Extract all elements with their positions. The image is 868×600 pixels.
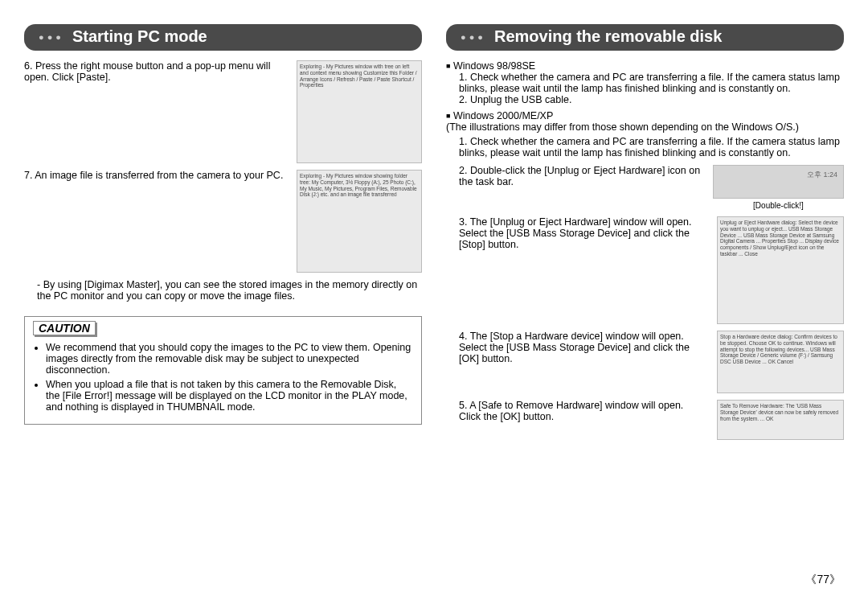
left-column: ●●● Starting PC mode 6. Press the right … bbox=[24, 24, 422, 446]
heading-starting-pc-mode: ●●● Starting PC mode bbox=[24, 24, 422, 51]
step-6-text: 6. Press the right mouse button and a po… bbox=[24, 60, 289, 163]
digimax-note: - By using [Digimax Master], you can see… bbox=[24, 279, 422, 302]
win98-step1: 1. Check whether the camera and PC are t… bbox=[446, 72, 844, 94]
winxp-step2: 2. Double-click the [Unplug or Eject Har… bbox=[459, 165, 705, 210]
winxp-step5: 5. A [Safe to Remove Hardware] window wi… bbox=[459, 400, 709, 440]
caution-item-1: We recommend that you should copy the im… bbox=[46, 342, 413, 376]
winxp-note: (The illustrations may differ from those… bbox=[446, 121, 844, 133]
page-number: 《77》 bbox=[805, 573, 841, 587]
figure-unplug-dialog: Unplug or Eject Hardware dialog: Select … bbox=[717, 216, 844, 324]
winxp-step3: 3. The [Unplug or Eject Hardware] window… bbox=[459, 216, 709, 324]
square-bullet-icon: ■ bbox=[446, 62, 450, 70]
figure-paste-menu: Exploring - My Pictures window with tree… bbox=[297, 60, 422, 163]
winxp-step1: 1. Check whether the camera and PC are t… bbox=[446, 136, 844, 158]
heading-removing-disk: ●●● Removing the removable disk bbox=[446, 24, 844, 51]
figure-transferred-file: Exploring - My Pictures window showing f… bbox=[297, 170, 422, 273]
figure-safe-remove: Safe To Remove Hardware: The 'USB Mass S… bbox=[717, 400, 844, 440]
win98-step2: 2. Unplug the USB cable. bbox=[446, 94, 844, 105]
figure-stop-device: Stop a Hardware device dialog: Confirm d… bbox=[717, 331, 844, 393]
square-bullet-icon: ■ bbox=[446, 112, 450, 120]
win98-title: Windows 98/98SE bbox=[453, 60, 535, 72]
decor-dots: ●●● bbox=[461, 32, 486, 42]
winxp-title: Windows 2000/ME/XP bbox=[453, 110, 553, 121]
double-click-label: [Double-click!] bbox=[713, 201, 844, 210]
caution-box: CAUTION We recommend that you should cop… bbox=[24, 316, 422, 425]
heading-text: Starting PC mode bbox=[72, 27, 207, 46]
decor-dots: ●●● bbox=[39, 32, 64, 42]
winxp-step4: 4. The [Stop a Hardware device] window w… bbox=[459, 331, 709, 393]
caution-item-2: When you upload a file that is not taken… bbox=[46, 379, 413, 413]
heading-text: Removing the removable disk bbox=[494, 27, 722, 46]
figure-taskbar: 오후 1:24 bbox=[713, 165, 844, 199]
right-column: ●●● Removing the removable disk ■ Window… bbox=[446, 24, 844, 446]
step-7-text: 7. An image file is transferred from the… bbox=[24, 170, 289, 273]
caution-title: CAUTION bbox=[33, 321, 96, 335]
